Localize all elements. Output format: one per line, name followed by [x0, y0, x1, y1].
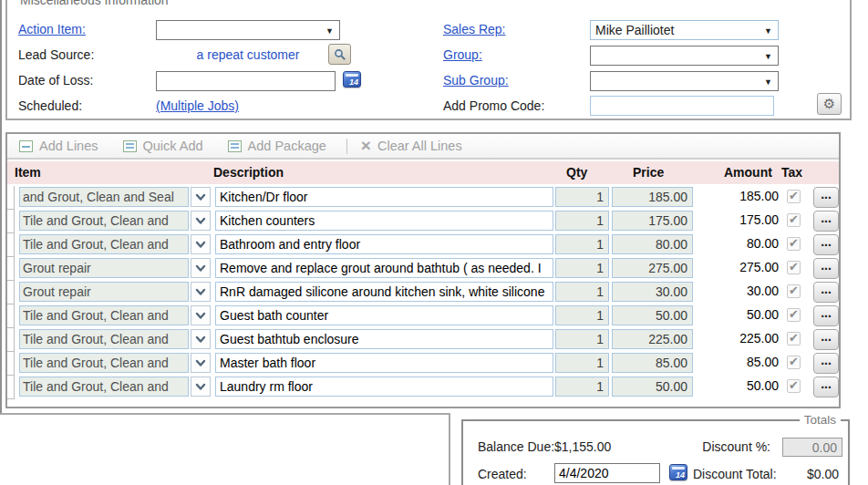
qty-field[interactable]: 1 [555, 305, 609, 325]
price-field[interactable]: 185.00 [612, 187, 693, 207]
created-date-input[interactable] [554, 463, 660, 483]
clear-all-lines-button[interactable]: × Clear All Lines [361, 139, 462, 153]
row-options-button[interactable]: ... [813, 282, 839, 303]
description-input[interactable] [215, 329, 553, 349]
qty-field[interactable]: 1 [555, 329, 609, 349]
qty-field[interactable]: 1 [555, 234, 609, 254]
created-calendar-icon[interactable]: 14 [669, 464, 687, 480]
tax-checkbox[interactable]: ✔ [787, 190, 801, 203]
miscellaneous-information-section: Miscellaneous Information Action Item: ▼… [5, 0, 852, 120]
row-options-button[interactable]: ... [813, 329, 839, 350]
item-combo-value[interactable]: Tile and Grout, Clean and [19, 211, 189, 231]
item-combo-dropdown-button[interactable] [191, 377, 211, 397]
description-input[interactable] [215, 353, 553, 373]
qty-field[interactable]: 1 [555, 187, 609, 207]
group-dropdown[interactable]: ▼ [590, 46, 779, 66]
price-field[interactable]: 275.00 [612, 258, 693, 278]
item-combo-dropdown-button[interactable] [191, 305, 211, 325]
promo-code-input[interactable] [590, 96, 774, 116]
qty-field[interactable]: 1 [555, 258, 609, 278]
item-combo-value[interactable]: Tile and Grout, Clean and [19, 305, 189, 325]
item-combo-value[interactable]: and Grout, Clean and Seal [19, 187, 189, 207]
sales-rep-label[interactable]: Sales Rep: [443, 22, 505, 36]
row-selector[interactable] [7, 376, 15, 399]
row-options-button[interactable]: ... [813, 211, 839, 232]
sub-group-dropdown[interactable]: ▼ [590, 71, 779, 91]
item-combo-dropdown-button[interactable] [191, 234, 211, 254]
scheduled-multiple-jobs-link[interactable]: (Multiple Jobs) [156, 98, 239, 113]
tax-checkbox[interactable]: ✔ [787, 213, 801, 227]
group-label[interactable]: Group: [443, 47, 482, 62]
checkmark-icon: ✔ [789, 355, 799, 368]
sales-rep-dropdown[interactable]: Mike Pailliotet ▼ [590, 20, 779, 40]
add-package-button[interactable]: Add Package [228, 139, 326, 153]
row-options-button[interactable]: ... [813, 258, 839, 279]
price-field[interactable]: 225.00 [612, 329, 693, 349]
column-header-price: Price [633, 165, 664, 180]
price-field[interactable]: 80.00 [612, 234, 693, 254]
item-combo-value[interactable]: Tile and Grout, Clean and [19, 353, 189, 373]
sub-group-label[interactable]: Sub Group: [443, 73, 509, 88]
row-options-button[interactable]: ... [813, 305, 839, 326]
price-field[interactable]: 50.00 [612, 305, 693, 325]
qty-field[interactable]: 1 [555, 377, 609, 397]
row-selector[interactable] [7, 304, 15, 328]
balance-due-label: Balance Due: [478, 439, 554, 454]
row-selector[interactable] [7, 328, 15, 352]
quick-add-button[interactable]: Quick Add [123, 139, 203, 153]
column-header-item: Item [15, 165, 41, 180]
tax-checkbox[interactable]: ✔ [787, 237, 801, 251]
qty-field[interactable]: 1 [555, 282, 609, 302]
row-options-button[interactable]: ... [813, 234, 839, 255]
price-field[interactable]: 50.00 [612, 377, 693, 397]
item-combo-value[interactable]: Grout repair [19, 282, 189, 302]
description-input[interactable] [215, 234, 553, 254]
date-of-loss-calendar-icon[interactable]: 14 [343, 71, 361, 88]
tax-checkbox[interactable]: ✔ [787, 308, 801, 322]
item-combo-value[interactable]: Tile and Grout, Clean and [19, 377, 189, 397]
item-combo-value[interactable]: Tile and Grout, Clean and [19, 329, 189, 349]
item-combo-dropdown-button[interactable] [191, 282, 211, 302]
item-combo-value[interactable]: Grout repair [19, 258, 189, 278]
add-lines-button[interactable]: Add Lines [19, 139, 98, 153]
date-of-loss-input[interactable] [156, 71, 336, 91]
line-item-row: Grout repair 1 30.00 30.00 ✔ ... [7, 281, 839, 304]
row-selector[interactable] [7, 186, 15, 210]
promo-code-apply-button[interactable]: ⚙ [817, 93, 842, 115]
row-selector[interactable] [7, 210, 15, 233]
price-field[interactable]: 30.00 [612, 282, 693, 302]
item-combo-dropdown-button[interactable] [191, 329, 211, 349]
description-input[interactable] [215, 258, 553, 278]
row-options-button[interactable]: ... [813, 377, 839, 397]
tax-checkbox[interactable]: ✔ [787, 332, 801, 346]
item-combo-dropdown-button[interactable] [191, 187, 211, 207]
description-input[interactable] [215, 282, 553, 302]
tax-checkbox[interactable]: ✔ [787, 284, 801, 298]
description-input[interactable] [215, 187, 553, 207]
item-combo-dropdown-button[interactable] [191, 353, 211, 373]
lead-source-search-button[interactable] [328, 44, 351, 65]
qty-field[interactable]: 1 [555, 211, 609, 231]
row-selector[interactable] [7, 257, 15, 281]
tax-checkbox[interactable]: ✔ [787, 379, 801, 393]
row-selector[interactable] [7, 233, 15, 257]
item-combo-value[interactable]: Tile and Grout, Clean and [19, 234, 189, 254]
row-selector[interactable] [7, 281, 15, 304]
price-field[interactable]: 85.00 [612, 353, 693, 373]
price-field[interactable]: 175.00 [612, 211, 693, 231]
action-item-label[interactable]: Action Item: [18, 22, 86, 36]
row-options-button[interactable]: ... [813, 187, 839, 208]
description-input[interactable] [215, 305, 553, 325]
row-options-button[interactable]: ... [813, 353, 839, 374]
description-input[interactable] [215, 377, 553, 397]
tax-checkbox[interactable]: ✔ [787, 261, 801, 274]
tax-checkbox[interactable]: ✔ [787, 356, 801, 369]
description-input[interactable] [215, 211, 553, 231]
item-combo-dropdown-button[interactable] [191, 211, 211, 231]
row-selector[interactable] [7, 352, 15, 376]
action-item-dropdown[interactable]: ▼ [156, 20, 340, 40]
checkmark-icon: ✔ [789, 284, 799, 297]
lead-source-value[interactable]: a repeat customer [156, 47, 340, 62]
qty-field[interactable]: 1 [555, 353, 609, 373]
item-combo-dropdown-button[interactable] [191, 258, 211, 278]
